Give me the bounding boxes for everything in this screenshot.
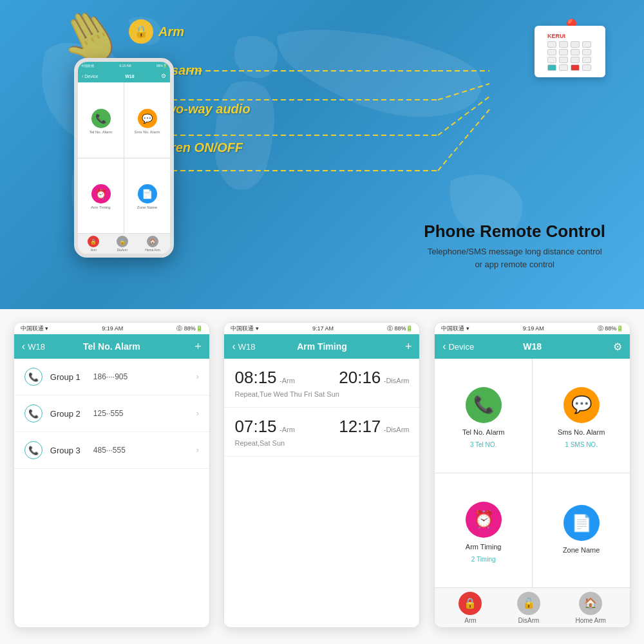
screen1-tel-alarm: 中国联通 ▾ 9:19 AM ⓪ 88%🔋 ‹ W18 Tel No. Alar… [14, 322, 210, 628]
app-cell-zone[interactable]: 📄 Zone Name [533, 473, 630, 587]
tel-chevron-3: › [196, 446, 199, 455]
arm-button-label: Arm [464, 617, 476, 624]
screen2-battery: ⓪ 88%🔋 [387, 325, 413, 333]
tel-alarm-sublabel: 3 Tel NO. [470, 441, 497, 448]
screen2-arm-timing: 中国联通 ▾ 9:17 AM ⓪ 88%🔋 ‹ W18 Arm Timing +… [223, 322, 420, 628]
timing-disarm-1: 20:16 [339, 368, 381, 387]
tel-list: 📞 Group 1 186····905 › 📞 Group 2 125··55… [14, 359, 209, 627]
table-row[interactable]: 📞 Group 3 485···555 › [14, 432, 209, 469]
home-arm-button-label: Home Arm [576, 617, 606, 624]
arm-label: Arm [158, 24, 184, 39]
tel-chevron-2: › [196, 409, 199, 418]
screen2-back-label: W18 [238, 342, 256, 352]
screen3-nav: ‹ Device W18 ⚙ [435, 334, 630, 359]
table-row[interactable]: 📞 Group 1 186····905 › [14, 359, 209, 395]
tel-group-2: Group 2 [50, 409, 86, 419]
screen3-back-chevron: ‹ [442, 341, 446, 352]
phone-app-grid: 📞 Tel No. Alarm 💬 Sms No. Alarm ⏰ Arm Ti… [78, 82, 170, 233]
tel-icon-2: 📞 [24, 404, 43, 422]
screen3-settings-button[interactable]: ⚙ [613, 341, 622, 353]
bottom-section: 中国联通 ▾ 9:19 AM ⓪ 88%🔋 ‹ W18 Tel No. Alar… [0, 309, 644, 644]
phone-nav: ‹ Device W18 ⚙ [78, 70, 170, 82]
promo-sub: Telephone/SMS message long distance cont… [424, 245, 605, 270]
tel-number-3: 485···555 [93, 446, 189, 455]
disarm-circle-icon: 🔓 [517, 592, 540, 615]
phone-bottom-bar: 🔒 Arm 🔓 DisArm 🏠 Home Arm [78, 233, 170, 254]
screen3-time: 9:19 AM [523, 325, 544, 332]
timing-repeat-1: Repeat,Tue Wed Thu Fri Sat Sun [234, 390, 409, 398]
screen2-time: 9:17 AM [312, 325, 334, 332]
arm-timing-sublabel: 2 Timing [471, 556, 496, 563]
tel-group-1: Group 1 [50, 372, 86, 382]
timing-arm-tag-2: -Arm [279, 426, 295, 433]
screen3-title: W18 [523, 341, 542, 352]
screen2-status-bar: 中国联通 ▾ 9:17 AM ⓪ 88%🔋 [224, 323, 419, 334]
tel-alarm-label: Tel No. Alarm [462, 428, 504, 436]
phone-status-bar: 中国联通9:19 AM88%🔋 [78, 62, 170, 70]
home-arm-circle-icon: 🏠 [579, 592, 602, 615]
sms-alarm-icon: 💬 [564, 387, 600, 423]
timing-disarm-tag-2: -DisArm [384, 426, 410, 433]
timing-disarm-tag-1: -DisArm [384, 377, 410, 384]
promo-text-block: Phone Remote Control Telephone/SMS messa… [424, 222, 605, 270]
arm-circle-icon: 🔒 [459, 592, 482, 615]
screen1-status-bar: 中国联通 ▾ 9:19 AM ⓪ 88%🔋 [14, 323, 209, 334]
timing-arm-2: 07:15 [234, 417, 276, 436]
screen1-time: 9:19 AM [102, 325, 123, 332]
screen2-title: Arm Timing [297, 341, 347, 352]
screen3-back-label: Device [448, 342, 474, 352]
tel-alarm-icon: 📞 [466, 387, 502, 423]
feature-arm: 🔒 Arm [129, 19, 251, 44]
tel-icon-1: 📞 [24, 368, 43, 386]
timing-list: 08:15 -Arm 20:16 -DisArm Repeat,Tue Wed … [224, 359, 419, 627]
device-image: KERUI [535, 26, 605, 77]
disarm-button-label: DisArm [518, 617, 540, 624]
home-arm-button[interactable]: 🏠 Home Arm [576, 592, 606, 624]
screen3-status-bar: 中国联通 ▾ 9:19 AM ⓪ 88%🔋 [435, 323, 630, 334]
table-row[interactable]: 📞 Group 2 125··555 › [14, 395, 209, 432]
app-cell-tel[interactable]: 📞 Tel No. Alarm 3 Tel NO. [435, 359, 532, 473]
tel-chevron-1: › [196, 372, 199, 381]
screen3-battery: ⓪ 88%🔋 [598, 325, 624, 333]
arm-button[interactable]: 🔒 Arm [459, 592, 482, 624]
screen1-carrier: 中国联通 ▾ [21, 325, 49, 333]
screen2-back-chevron: ‹ [232, 341, 235, 352]
tel-number-1: 186····905 [93, 372, 189, 381]
timing-disarm-2: 12:17 [339, 417, 381, 436]
zone-name-label: Zone Name [563, 546, 600, 554]
tel-number-2: 125··555 [93, 409, 189, 418]
keypad [547, 41, 592, 71]
promo-title: Phone Remote Control [424, 222, 605, 242]
app-cell-sms[interactable]: 💬 Sms No. Alarm 1 SMS NO. [533, 359, 630, 473]
zone-name-icon: 📄 [564, 505, 600, 541]
app-bottom-bar: 🔒 Arm 🔓 DisArm 🏠 Home Arm [435, 587, 630, 627]
screen1-back-chevron: ‹ [22, 341, 25, 352]
arm-icon: 🔒 [129, 19, 153, 44]
screen3-carrier: 中国联通 ▾ [441, 325, 469, 333]
top-section: 🔒 Arm 🔓 Disarm 🎙️ Two-way audio ⏻ Siren … [0, 0, 644, 309]
screen1-nav: ‹ W18 Tel No. Alarm + [14, 334, 209, 359]
timing-arm-tag-1: -Arm [279, 377, 295, 384]
sms-alarm-sublabel: 1 SMS NO. [565, 441, 598, 448]
sms-alarm-label: Sms No. Alarm [558, 428, 605, 436]
app-cell-timing[interactable]: ⏰ Arm Timing 2 Timing [435, 473, 532, 587]
arm-timing-icon: ⏰ [466, 502, 502, 538]
screen1-battery: ⓪ 88%🔋 [176, 325, 203, 333]
screen1-title: Tel No. Alarm [83, 341, 140, 352]
screen1-back-label: W18 [28, 342, 45, 352]
arm-timing-label: Arm Timing [466, 543, 502, 551]
screen2-carrier: 中国联通 ▾ [231, 325, 259, 333]
disarm-button[interactable]: 🔓 DisArm [517, 592, 540, 624]
timing-repeat-2: Repeat,Sat Sun [234, 439, 409, 447]
screen2-nav: ‹ W18 Arm Timing + [224, 334, 419, 359]
screen2-add-button[interactable]: + [405, 340, 412, 354]
tel-group-3: Group 3 [50, 446, 86, 455]
screen1-add-button[interactable]: + [194, 340, 202, 354]
timing-row-1[interactable]: 08:15 -Arm 20:16 -DisArm Repeat,Tue Wed … [224, 359, 419, 408]
screen3-main-app: 中国联通 ▾ 9:19 AM ⓪ 88%🔋 ‹ Device W18 ⚙ 📞 T… [434, 322, 630, 628]
app-grid: 📞 Tel No. Alarm 3 Tel NO. 💬 Sms No. Alar… [435, 359, 630, 587]
tel-icon-3: 📞 [24, 441, 43, 459]
timing-row-2[interactable]: 07:15 -Arm 12:17 -DisArm Repeat,Sat Sun [224, 408, 419, 457]
timing-arm-1: 08:15 [234, 368, 276, 387]
